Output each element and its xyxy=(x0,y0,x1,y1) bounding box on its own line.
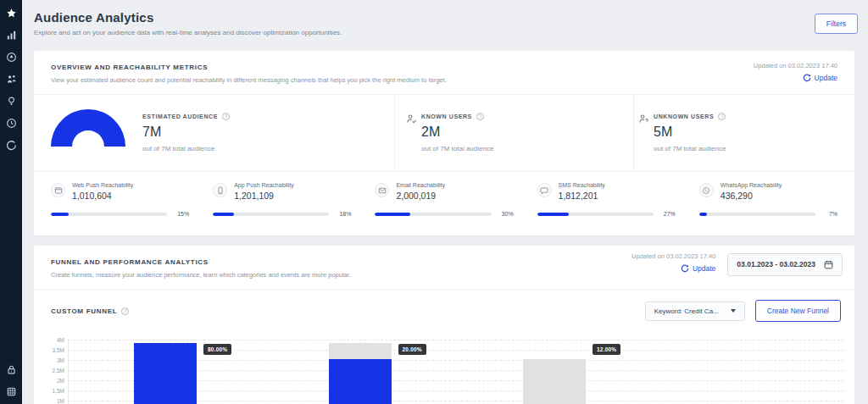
y-axis-tick-label: 3.5M xyxy=(37,347,64,353)
unknown-users-sub: out of 7M total audience xyxy=(654,145,726,152)
overview-update-label: Update xyxy=(815,74,837,82)
info-icon[interactable] xyxy=(222,113,230,120)
reachability-progress-fill xyxy=(375,213,409,216)
funnel-percentage-badge: 12.00% xyxy=(593,344,620,355)
reachability-progress-fill xyxy=(213,213,234,216)
sidebar xyxy=(0,0,22,404)
sidebar-item-audience[interactable] xyxy=(5,73,17,85)
reachability-value: 1,010,604 xyxy=(72,191,133,201)
funnel-bar-segment[interactable] xyxy=(134,343,197,404)
reachability-label: WhatsApp Reachability xyxy=(721,182,782,188)
sync-icon xyxy=(6,140,17,151)
audience-analytics-page: Audience Analytics Explore and act on yo… xyxy=(0,0,868,404)
estimated-audience-label: ESTIMATED AUDIENCE xyxy=(142,113,218,119)
funnel-percentage-badge: 20.00% xyxy=(398,344,426,355)
reachability-card: Email Reachability2,000,01930% xyxy=(375,182,513,217)
reachability-card: WhatsApp Reachability436,2907% xyxy=(699,182,837,217)
whatsapp-icon xyxy=(699,183,714,197)
sidebar-item-apps[interactable] xyxy=(5,385,17,397)
funnel-chart: 4M3.5M3M2.5M2M1.5M1M80.00%20.00%12.00% xyxy=(34,335,844,404)
reachability-progress-track xyxy=(699,213,815,216)
overview-update-link[interactable]: Update xyxy=(803,74,837,82)
unknown-users-value: 5M xyxy=(654,125,726,140)
unknown-users-block: UNKNOWN USERS 5M out of 7M total audienc… xyxy=(633,95,854,171)
reachability-progress-track xyxy=(375,213,491,216)
reachability-value: 2,000,019 xyxy=(396,191,445,201)
y-axis-tick-label: 2.5M xyxy=(37,368,64,374)
funnel-bar-segment[interactable] xyxy=(329,359,392,404)
reachability-value: 1,201,109 xyxy=(234,191,293,201)
reachability-progress-track xyxy=(537,213,654,216)
reachability-label: Email Reachability xyxy=(396,182,445,188)
envelope-icon xyxy=(375,183,389,197)
keyword-filter-dropdown[interactable]: Keyword: Credit Ca... xyxy=(645,302,745,321)
funnel-card-header: FUNNEL AND PERFORMANCE ANALYTICS Create … xyxy=(34,246,854,290)
funnel-update-link[interactable]: Update xyxy=(681,264,715,273)
overview-title: OVERVIEW AND REACHABILITY METRICS xyxy=(51,64,837,71)
reachability-percent: 27% xyxy=(659,211,676,217)
estimated-audience-sub: out of 7M total audience xyxy=(142,145,230,152)
reachability-percent: 7% xyxy=(821,211,837,217)
overview-updated-text: Updated on 03.02.2023 17:40 xyxy=(754,62,837,69)
sidebar-item-campaigns[interactable] xyxy=(5,51,17,63)
sidebar-item-sync[interactable] xyxy=(5,139,17,151)
overview-card: OVERVIEW AND REACHABILITY METRICS View y… xyxy=(34,51,854,235)
analytics-icon xyxy=(6,30,17,41)
known-users-block: KNOWN USERS 2M out of 7M total audience xyxy=(394,95,633,171)
reachability-progress-track xyxy=(213,213,329,216)
y-axis-line xyxy=(68,338,69,404)
custom-funnel-label: CUSTOM FUNNEL xyxy=(51,307,117,315)
sidebar-item-idea[interactable] xyxy=(5,95,17,107)
unknown-users-label: UNKNOWN USERS xyxy=(654,113,714,119)
sidebar-item-lock[interactable] xyxy=(5,363,17,375)
campaigns-icon xyxy=(6,52,17,63)
person-question-icon xyxy=(638,113,649,124)
calendar-icon xyxy=(824,260,833,269)
refresh-icon xyxy=(681,264,689,273)
reachability-progress-fill xyxy=(699,213,708,216)
funnel-card: FUNNEL AND PERFORMANCE ANALYTICS Create … xyxy=(34,246,854,404)
reachability-label: SMS Reachability xyxy=(559,182,605,188)
lock-icon xyxy=(6,364,17,375)
overview-card-header: OVERVIEW AND REACHABILITY METRICS View y… xyxy=(34,51,854,95)
reachability-row: Web Push Reachability1,010,60415%App Pus… xyxy=(34,171,854,217)
info-icon[interactable] xyxy=(476,113,484,120)
known-users-sub: out of 7M total audience xyxy=(421,145,493,152)
sidebar-item-star[interactable] xyxy=(5,7,17,19)
known-users-label: KNOWN USERS xyxy=(421,113,472,119)
y-axis-tick-label: 1M xyxy=(37,398,64,404)
info-icon[interactable] xyxy=(121,307,129,315)
y-axis-tick-label: 4M xyxy=(37,337,64,343)
sidebar-item-analytics[interactable] xyxy=(5,29,17,41)
page-title: Audience Analytics xyxy=(34,10,153,25)
funnel-updated-text: Updated on 03.02.2023 17:40 xyxy=(632,252,715,260)
history-icon xyxy=(6,118,17,129)
funnel-bar-dropoff-segment[interactable] xyxy=(329,343,392,359)
audience-gauge xyxy=(51,109,125,147)
date-range-picker[interactable]: 03.01.2023 - 03.02.2023 xyxy=(727,253,843,276)
refresh-icon xyxy=(803,74,811,82)
chevron-down-icon xyxy=(731,309,736,313)
reachability-card: SMS Reachability1,812,20127% xyxy=(537,182,676,217)
funnel-bar-dropoff-segment[interactable] xyxy=(523,359,586,404)
sidebar-top-icons xyxy=(5,7,17,151)
sidebar-item-history[interactable] xyxy=(5,117,17,129)
reachability-progress-fill xyxy=(51,213,69,216)
known-users-value: 2M xyxy=(421,125,493,140)
reachability-label: App Push Reachability xyxy=(234,182,293,188)
reachability-progress-fill xyxy=(537,213,569,216)
chart-gridline xyxy=(68,340,844,340)
filters-button[interactable]: Filters xyxy=(815,14,858,34)
info-icon[interactable] xyxy=(718,113,726,120)
reachability-value: 436,290 xyxy=(721,191,782,201)
create-new-funnel-button[interactable]: Create New Funnel xyxy=(755,300,841,322)
metrics-row: ESTIMATED AUDIENCE 7M out of 7M total au… xyxy=(34,95,854,171)
keyword-filter-value: Keyword: Credit Ca... xyxy=(654,307,719,315)
person-check-icon xyxy=(406,113,417,124)
y-axis-tick-label: 1.5M xyxy=(37,388,64,394)
overview-description: View your estimated audience count and p… xyxy=(51,76,837,84)
estimated-audience-block: ESTIMATED AUDIENCE 7M out of 7M total au… xyxy=(34,95,394,171)
reachability-label: Web Push Reachability xyxy=(72,182,133,188)
date-range-value: 03.01.2023 - 03.02.2023 xyxy=(737,260,815,268)
funnel-update-label: Update xyxy=(693,264,715,273)
